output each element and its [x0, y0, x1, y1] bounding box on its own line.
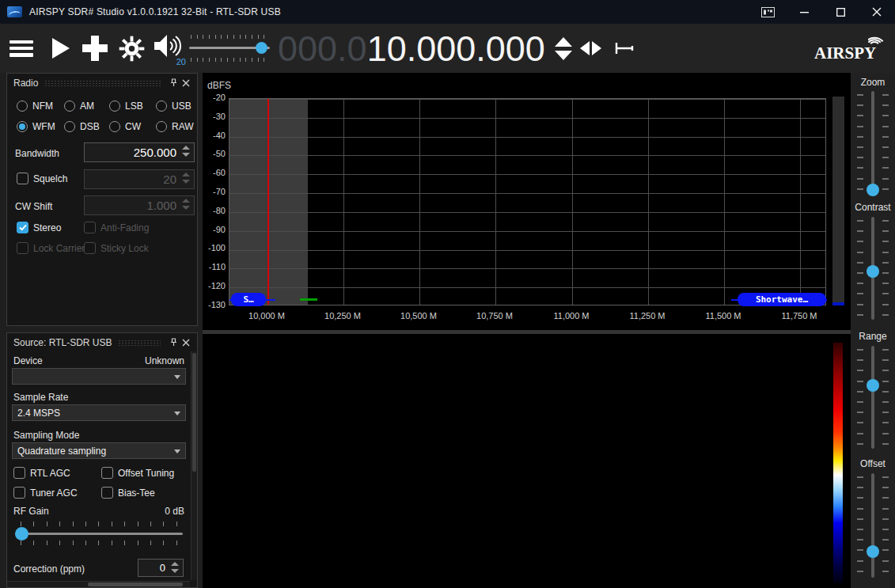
- slider-track[interactable]: [871, 473, 874, 578]
- range-slider-thumb[interactable]: [867, 379, 879, 392]
- airspy-logo-text: AIRSPY: [814, 44, 876, 63]
- rf-gain-slider-thumb[interactable]: [15, 527, 28, 541]
- mode-radio-nfm[interactable]: NFM: [17, 101, 53, 112]
- x-tick: 11,750 M: [774, 311, 825, 321]
- checkbox-checked-box: [17, 222, 28, 233]
- sample-rate-dropdown[interactable]: 2.4 MSPS: [12, 404, 186, 421]
- close-panel-button[interactable]: [180, 336, 192, 349]
- mode-radio-raw[interactable]: RAW: [156, 121, 194, 132]
- signal-marker-green: [300, 298, 317, 301]
- rtl-agc-checkbox[interactable]: RTL AGC: [13, 467, 70, 479]
- contrast-slider-thumb[interactable]: [867, 265, 879, 278]
- spin-up-icon[interactable]: [171, 562, 179, 566]
- spectrum-side-scrollbar[interactable]: [832, 97, 844, 305]
- snap-range-icon: [614, 40, 635, 57]
- app-icon: [7, 6, 22, 17]
- maximize-icon: [836, 8, 845, 17]
- bandwidth-spinner[interactable]: [182, 146, 190, 157]
- source-vertical-scrollbar[interactable]: [191, 351, 197, 580]
- slider-ticks: [857, 220, 863, 317]
- slider-track[interactable]: [871, 91, 874, 195]
- step-down-icon[interactable]: [555, 51, 572, 60]
- mode-radio-usb[interactable]: USB: [156, 101, 192, 112]
- radio-circle-selected: [17, 121, 28, 132]
- device-dropdown[interactable]: [12, 368, 186, 385]
- offset-tuning-checkbox[interactable]: Offset Tuning: [101, 467, 174, 479]
- step-up-icon[interactable]: [555, 37, 572, 47]
- range-slider[interactable]: [857, 346, 889, 449]
- mode-radio-cw[interactable]: CW: [109, 121, 141, 132]
- maximize-button[interactable]: [822, 0, 859, 24]
- tuning-line[interactable]: [267, 99, 269, 305]
- minimize-button[interactable]: [786, 0, 822, 24]
- x-tick: 10,250 M: [317, 311, 368, 321]
- frequency-display[interactable]: 000.010.000.000: [278, 31, 545, 66]
- spin-down-icon[interactable]: [182, 153, 190, 157]
- mute-button[interactable]: 20: [153, 32, 184, 64]
- close-panel-button[interactable]: [180, 77, 192, 89]
- sampling-mode-label: Sampling Mode: [13, 430, 79, 441]
- slider-track[interactable]: [871, 346, 874, 449]
- pin-panel-button[interactable]: [167, 77, 180, 89]
- slider-ticks: [21, 541, 183, 545]
- frequency-nudge-buttons[interactable]: [580, 41, 601, 55]
- nudge-right-icon[interactable]: [592, 41, 601, 55]
- snap-to-grid-button[interactable]: [614, 40, 635, 57]
- settings-button[interactable]: [119, 36, 145, 62]
- squelch-spinner: [182, 173, 190, 184]
- spin-up-icon[interactable]: [182, 146, 190, 150]
- volume-slider[interactable]: [189, 33, 270, 63]
- offset-slider-thumb[interactable]: [867, 545, 879, 558]
- frequency-active-digits[interactable]: 10.000.000: [367, 31, 545, 66]
- spectrum-plot[interactable]: S… Shortwave…: [229, 98, 826, 305]
- start-button[interactable]: [52, 38, 70, 59]
- zoom-slider[interactable]: [857, 91, 889, 195]
- gear-icon: [119, 36, 145, 62]
- mode-radio-wfm[interactable]: WFM: [17, 121, 55, 132]
- zoom-slider-thumb[interactable]: [867, 184, 879, 196]
- slider-track[interactable]: [15, 533, 183, 535]
- y-tick: -40: [203, 131, 226, 140]
- chevron-down-icon: [174, 375, 180, 379]
- contrast-slider[interactable]: [857, 217, 889, 320]
- chevron-down-icon: [174, 450, 180, 453]
- tuner-agc-checkbox[interactable]: Tuner AGC: [13, 487, 78, 499]
- scrollbar-thumb[interactable]: [192, 353, 196, 472]
- header-texture: [44, 80, 161, 87]
- mode-radio-dsb[interactable]: DSB: [64, 121, 100, 132]
- scrollbar-thumb[interactable]: [88, 582, 183, 586]
- sampling-mode-dropdown[interactable]: Quadrature sampling: [12, 442, 186, 459]
- close-icon: [872, 7, 882, 17]
- mode-radio-am[interactable]: AM: [64, 101, 94, 112]
- stereo-checkbox[interactable]: Stereo: [17, 222, 61, 233]
- pin-panel-button[interactable]: [167, 336, 180, 349]
- frequency-step-buttons[interactable]: [555, 37, 572, 60]
- close-button[interactable]: [859, 0, 895, 24]
- band-plan-badge-left[interactable]: S…: [231, 293, 266, 306]
- volume-slider-thumb[interactable]: [256, 42, 267, 54]
- spectrum-view[interactable]: dBFS -20 -30 -40 -50 -60 -70 -80 -90 -10…: [203, 73, 851, 330]
- zoom-slider-label: Zoom: [851, 77, 895, 88]
- menu-button[interactable]: [9, 40, 33, 57]
- add-button[interactable]: [82, 36, 108, 61]
- offset-slider[interactable]: [857, 473, 889, 578]
- spectrum-grid: [229, 99, 825, 305]
- source-panel-header: Source: RTL-SDR USB: [7, 333, 197, 351]
- nudge-left-icon[interactable]: [580, 41, 590, 55]
- squelch-input: 20: [84, 169, 195, 189]
- rf-gain-slider[interactable]: [15, 522, 183, 545]
- x-tick: 10,000 M: [241, 311, 292, 321]
- bandwidth-input[interactable]: 250.000: [84, 142, 195, 162]
- bias-tee-checkbox[interactable]: Bias-Tee: [101, 487, 155, 499]
- waterfall-view[interactable]: [203, 334, 851, 588]
- mode-radio-lsb[interactable]: LSB: [109, 101, 143, 112]
- frequency-dimmed-digits[interactable]: 000.0: [278, 31, 367, 66]
- touch-keyboard-button[interactable]: [749, 0, 786, 24]
- correction-spinner[interactable]: [171, 562, 179, 573]
- squelch-checkbox[interactable]: Squelch: [17, 173, 67, 184]
- spin-down-icon[interactable]: [171, 569, 179, 573]
- spin-down-icon: [182, 180, 190, 184]
- source-horizontal-scrollbar[interactable]: [7, 581, 190, 587]
- lock-carrier-checkbox: Lock Carrier: [17, 242, 85, 254]
- band-plan-badge-shortwave[interactable]: Shortwave…: [738, 293, 826, 306]
